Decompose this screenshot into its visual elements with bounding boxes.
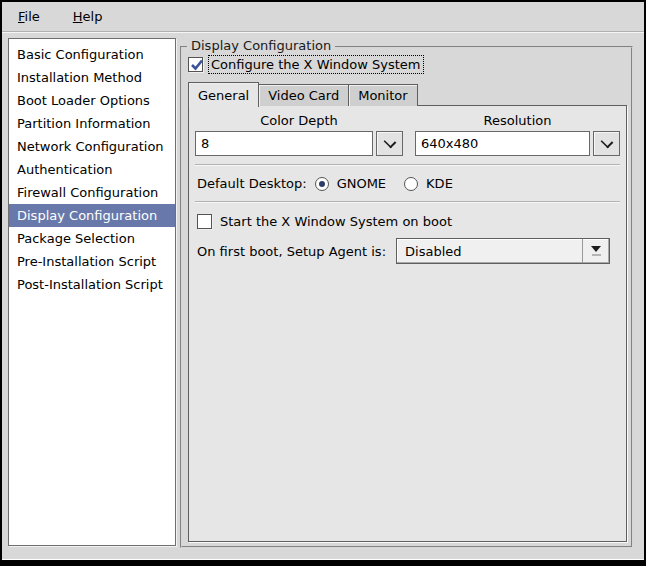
gnome-radio[interactable] (315, 177, 329, 191)
sidebar-item-installation-method[interactable]: Installation Method (9, 66, 175, 89)
kde-radio-label[interactable]: KDE (426, 176, 453, 191)
setup-agent-row: On first boot, Setup Agent is: Disabled (195, 232, 620, 266)
gnome-radio-label[interactable]: GNOME (337, 176, 386, 191)
depth-resolution-row: Color Depth 8 Resolution 640x480 (195, 111, 620, 156)
configure-x-label[interactable]: Configure the X Window System (209, 56, 423, 73)
setup-agent-label: On first boot, Setup Agent is: (197, 244, 386, 259)
triangle-bar (592, 254, 601, 256)
resolution-dropdown-button[interactable] (593, 131, 620, 156)
app-window: File Help Basic Configuration Installati… (0, 0, 646, 566)
kde-radio[interactable] (404, 177, 418, 191)
sidebar-item-boot-loader-options[interactable]: Boot Loader Options (9, 89, 175, 112)
sidebar-item-network-configuration[interactable]: Network Configuration (9, 135, 175, 158)
sidebar-item-firewall-configuration[interactable]: Firewall Configuration (9, 181, 175, 204)
configure-x-row: Configure the X Window System (188, 56, 627, 73)
color-depth-combo: 8 (195, 131, 403, 156)
color-depth-label: Color Depth (195, 111, 403, 131)
separator (195, 201, 620, 203)
sidebar-item-authentication[interactable]: Authentication (9, 158, 175, 181)
start-x-row: Start the X Window System on boot (195, 211, 620, 232)
sidebar-item-partition-information[interactable]: Partition Information (9, 112, 175, 135)
start-x-label[interactable]: Start the X Window System on boot (220, 214, 452, 229)
section-list: Basic Configuration Installation Method … (8, 38, 176, 546)
color-depth-entry[interactable]: 8 (195, 131, 373, 156)
menubar: File Help (2, 2, 644, 32)
display-notebook: General Video Card Monitor Color Depth 8 (188, 82, 627, 542)
checkmark-icon (189, 57, 205, 73)
sidebar-item-post-installation-script[interactable]: Post-Installation Script (9, 273, 175, 296)
resolution-entry[interactable]: 640x480 (415, 131, 590, 156)
tab-monitor[interactable]: Monitor (348, 84, 417, 106)
chevron-down-icon (600, 135, 613, 148)
start-x-checkbox[interactable] (197, 214, 212, 229)
default-desktop-label: Default Desktop: (197, 176, 307, 191)
sidebar-item-pre-installation-script[interactable]: Pre-Installation Script (9, 250, 175, 273)
default-desktop-row: Default Desktop: GNOME KDE (195, 174, 620, 193)
resolution-label: Resolution (415, 111, 620, 131)
resolution-combo: 640x480 (415, 131, 620, 156)
menu-help-rest: elp (83, 9, 103, 24)
sidebar-item-display-configuration[interactable]: Display Configuration (9, 204, 175, 227)
tab-bar: General Video Card Monitor (188, 82, 627, 106)
separator (195, 164, 620, 166)
setup-agent-option-menu[interactable]: Disabled (396, 238, 610, 264)
setup-agent-value: Disabled (397, 244, 582, 259)
menu-help-mnemonic: H (73, 9, 83, 24)
configure-x-checkbox[interactable] (188, 57, 203, 72)
triangle-down-icon (591, 246, 601, 252)
display-configuration-frame: Display Configuration Configure the X Wi… (180, 46, 633, 548)
menu-help[interactable]: Help (70, 7, 106, 26)
tab-general[interactable]: General (188, 82, 259, 107)
menu-file[interactable]: File (15, 7, 43, 26)
option-menu-arrow-icon (582, 239, 609, 263)
tab-video-card[interactable]: Video Card (258, 84, 349, 106)
general-tab-page: Color Depth 8 Resolution 640x480 (188, 105, 627, 542)
sidebar-item-basic-configuration[interactable]: Basic Configuration (9, 43, 175, 66)
chevron-down-icon (383, 135, 396, 148)
color-depth-dropdown-button[interactable] (376, 131, 403, 156)
menu-file-rest: ile (25, 9, 40, 24)
sidebar-item-package-selection[interactable]: Package Selection (9, 227, 175, 250)
